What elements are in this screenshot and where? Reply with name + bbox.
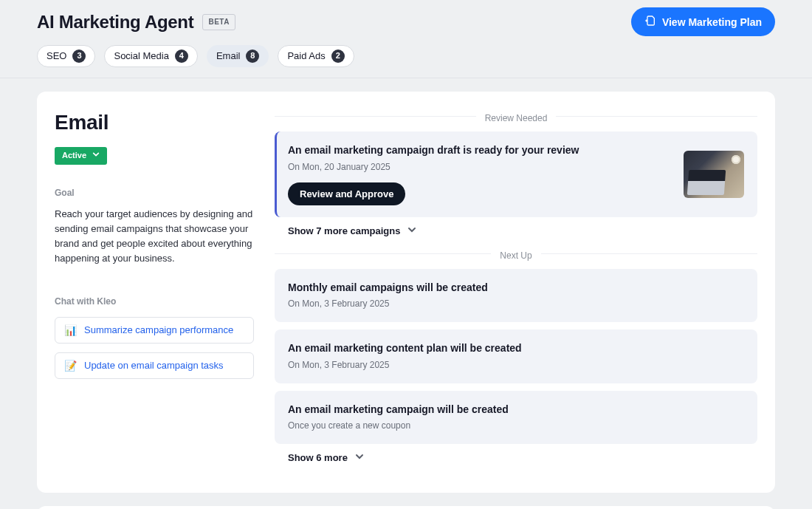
task-title: An email marketing campaign draft is rea… [288,143,672,158]
note-icon: 📝 [64,360,77,372]
review-needed-divider: Review Needed [275,111,757,121]
page-title: AI Marketing Agent [37,10,193,35]
task-subtitle: On Mon, 3 February 2025 [288,359,744,372]
task-subtitle: On Mon, 3 February 2025 [288,298,744,310]
beta-badge: BETA [202,14,235,30]
next-up-divider: Next Up [275,248,757,259]
view-marketing-plan-label: View Marketing Plan [662,16,762,28]
filter-count: 2 [331,49,345,63]
prompt-summarize-performance[interactable]: 📊 Summarize campaign performance [55,317,254,344]
divider-label: Next Up [491,250,540,261]
view-marketing-plan-button[interactable]: View Marketing Plan [631,7,775,36]
task-subtitle: On Mon, 20 January 2025 [288,161,672,174]
next-task[interactable]: An email marketing campaign will be crea… [275,391,757,444]
filter-count: 8 [246,49,259,63]
prompt-label: Update on email campaign tasks [84,360,224,371]
status-dropdown[interactable]: Active [55,147,107,164]
filter-label: SEO [47,49,66,63]
chevron-down-icon [407,225,416,238]
chevron-down-icon [92,150,100,161]
show-more-label: Show 6 more [288,451,348,465]
filter-count: 3 [72,49,86,63]
prompt-update-tasks[interactable]: 📝 Update on email campaign tasks [55,352,254,379]
filter-social-media[interactable]: Social Media 4 [104,45,197,67]
review-task[interactable]: An email marketing campaign draft is rea… [275,131,757,216]
filter-email[interactable]: Email 8 [207,45,269,67]
filter-label: Paid Ads [287,49,325,63]
task-title: An email marketing campaign will be crea… [288,403,744,417]
status-label: Active [62,150,86,161]
chart-icon: 📊 [64,324,77,336]
document-sparkle-icon [644,15,656,29]
paid-ads-section-card: Paid Ads Active Goal Grow your traffic b… [37,506,775,509]
filter-label: Social Media [114,49,168,63]
filter-seo[interactable]: SEO 3 [37,45,95,67]
filter-paid-ads[interactable]: Paid Ads 2 [278,45,354,67]
filter-pills: SEO 3 Social Media 4 Email 8 Paid Ads 2 [37,45,775,67]
task-title: Monthly email campaigns will be created [288,281,744,296]
section-title-email: Email [55,108,254,137]
email-section-card: Email Active Goal Reach your target audi… [37,92,775,493]
prompt-label: Summarize campaign performance [84,324,233,335]
next-task[interactable]: Monthly email campaigns will be created … [275,269,757,322]
task-thumbnail [684,151,744,198]
page-header: AI Marketing Agent BETA View Marketing P… [0,0,812,78]
task-title: An email marketing content plan will be … [288,341,744,356]
divider-label: Review Needed [476,113,557,123]
goal-text: Reach your target audiences by designing… [55,207,254,267]
show-more-label: Show 7 more campaigns [288,225,400,238]
show-more-campaigns[interactable]: Show 7 more campaigns [288,225,757,238]
goal-label: Goal [55,187,254,199]
chat-label: Chat with Kleo [55,296,254,308]
show-more-next[interactable]: Show 6 more [288,451,757,465]
chevron-down-icon [355,451,364,465]
task-subtitle: Once you create a new coupon [288,420,744,432]
filter-count: 4 [175,49,188,63]
filter-label: Email [216,49,241,63]
review-approve-button[interactable]: Review and Approve [288,182,405,205]
next-task[interactable]: An email marketing content plan will be … [275,329,757,383]
